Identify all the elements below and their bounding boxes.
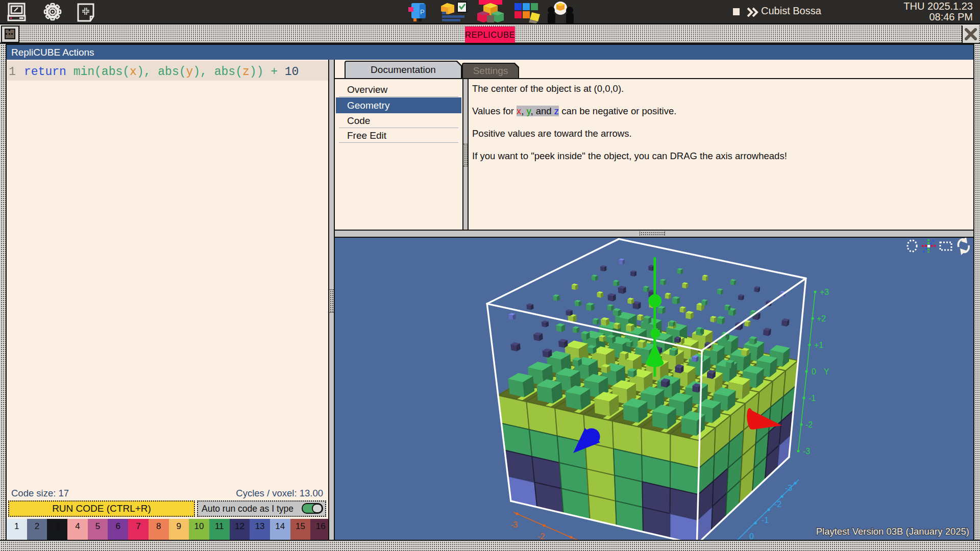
svg-text:Y: Y [824, 367, 829, 376]
svg-text:P: P [420, 8, 425, 16]
svg-text:-3: -3 [510, 520, 518, 529]
svg-text:+3: +3 [820, 288, 829, 296]
svg-text:+2: +2 [817, 314, 826, 323]
svg-text:+1: +1 [814, 341, 823, 349]
svg-text:0: 0 [812, 367, 816, 376]
svg-text:-2: -2 [537, 532, 545, 540]
svg-text:-3: -3 [785, 484, 792, 492]
svg-text:-1: -1 [808, 394, 816, 403]
svg-text:-2: -2 [805, 420, 813, 429]
svg-text:Playtest Version 03B (January: Playtest Version 03B (January 2025) [816, 526, 969, 537]
svg-text:-1: -1 [762, 516, 769, 524]
svg-text:0: 0 [749, 532, 754, 540]
svg-text:-2: -2 [774, 500, 781, 509]
svg-text:-3: -3 [803, 447, 810, 456]
